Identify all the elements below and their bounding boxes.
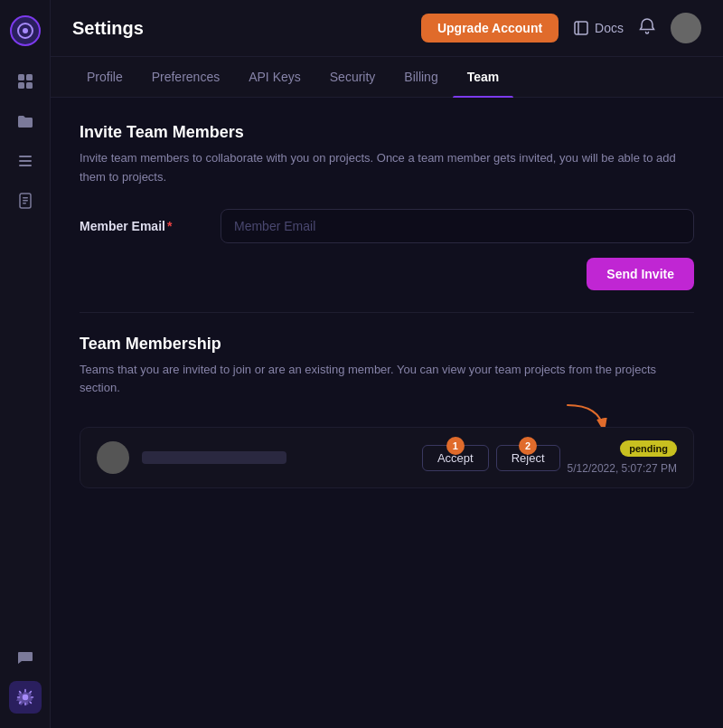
- required-indicator: *: [167, 219, 172, 233]
- email-form-row: Member Email*: [80, 209, 694, 243]
- membership-section: Team Membership Teams that you are invit…: [80, 335, 694, 489]
- member-name-placeholder: [142, 451, 286, 464]
- member-date: 5/12/2022, 5:07:27 PM: [568, 462, 677, 475]
- page-content: Invite Team Members Invite team members …: [51, 98, 723, 728]
- membership-description: Teams that you are invited to join or ar…: [80, 361, 694, 399]
- user-avatar[interactable]: [671, 13, 701, 43]
- send-invite-button[interactable]: Send Invite: [587, 258, 694, 290]
- membership-card-wrapper: 1 Accept 2 Reject pending 5/12/2022, 5:0…: [80, 427, 694, 488]
- logo-icon[interactable]: [9, 14, 42, 47]
- document-icon[interactable]: [9, 184, 42, 217]
- dashboard-icon[interactable]: [9, 65, 42, 98]
- tab-team[interactable]: Team: [453, 57, 514, 97]
- main-content: Settings Upgrade Account Docs Profile Pr…: [51, 0, 723, 728]
- list-icon[interactable]: [9, 145, 42, 177]
- tab-billing[interactable]: Billing: [390, 57, 452, 97]
- svg-point-2: [23, 28, 28, 33]
- tab-preferences[interactable]: Preferences: [137, 57, 234, 97]
- header: Settings Upgrade Account Docs: [51, 0, 723, 57]
- svg-rect-11: [23, 197, 28, 199]
- svg-rect-12: [23, 200, 28, 202]
- settings-icon[interactable]: [9, 681, 42, 714]
- tab-profile[interactable]: Profile: [72, 57, 137, 97]
- docs-label: Docs: [595, 21, 624, 35]
- chat-icon[interactable]: [9, 641, 42, 674]
- book-icon: [573, 20, 589, 36]
- svg-rect-5: [18, 82, 24, 89]
- member-email-input[interactable]: [221, 209, 694, 243]
- svg-rect-9: [19, 165, 32, 166]
- notification-bell[interactable]: [638, 17, 656, 40]
- accept-button[interactable]: 1 Accept: [422, 445, 489, 471]
- svg-rect-16: [575, 22, 587, 34]
- member-actions: 1 Accept 2 Reject pending 5/12/2022, 5:0…: [422, 440, 677, 475]
- svg-rect-3: [18, 74, 24, 80]
- pending-badge: pending: [620, 440, 677, 457]
- sidebar: [0, 0, 51, 728]
- send-invite-row: Send Invite: [80, 258, 694, 290]
- tab-api-keys[interactable]: API Keys: [234, 57, 315, 97]
- membership-card: 1 Accept 2 Reject pending 5/12/2022, 5:0…: [80, 427, 694, 488]
- svg-rect-4: [26, 74, 33, 80]
- reject-button[interactable]: 2 Reject: [496, 445, 560, 471]
- svg-rect-13: [23, 203, 26, 204]
- membership-title: Team Membership: [80, 335, 694, 354]
- docs-link[interactable]: Docs: [573, 20, 624, 36]
- accept-badge: 1: [446, 437, 465, 455]
- member-avatar: [97, 441, 129, 474]
- invite-description: Invite team members to collaborate with …: [80, 149, 694, 187]
- section-divider: [80, 312, 694, 313]
- svg-rect-7: [19, 156, 32, 157]
- folder-icon[interactable]: [9, 105, 42, 137]
- tab-navigation: Profile Preferences API Keys Security Bi…: [51, 57, 723, 98]
- tab-security[interactable]: Security: [315, 57, 390, 97]
- reject-badge: 2: [519, 437, 537, 455]
- svg-rect-6: [26, 82, 33, 89]
- email-label: Member Email*: [80, 219, 206, 233]
- member-status-column: pending 5/12/2022, 5:07:27 PM: [568, 440, 677, 475]
- invite-section: Invite Team Members Invite team members …: [80, 123, 694, 290]
- page-title: Settings: [72, 18, 407, 39]
- upgrade-button[interactable]: Upgrade Account: [421, 14, 559, 43]
- invite-title: Invite Team Members: [80, 123, 694, 142]
- svg-rect-8: [19, 160, 32, 162]
